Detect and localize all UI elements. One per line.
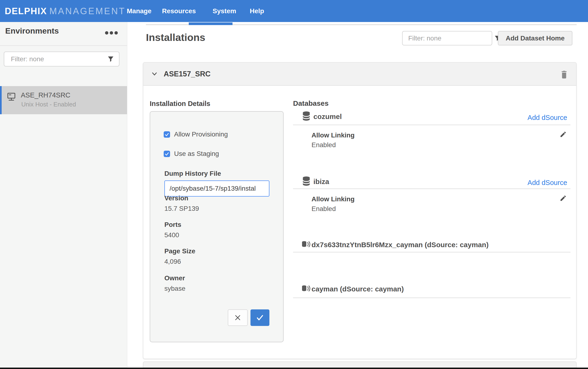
- add-dataset-home-button[interactable]: Add Dataset Home: [498, 31, 572, 45]
- database-icon: [303, 176, 310, 187]
- use-as-staging-label: Use as Staging: [174, 150, 219, 158]
- taskbar-sliver: [0, 368, 588, 369]
- database-icon: [303, 111, 310, 122]
- use-as-staging-row[interactable]: Use as Staging: [164, 150, 219, 158]
- allow-provisioning-checkbox[interactable]: [164, 131, 170, 138]
- brand-secondary: MANAGEMENT: [50, 6, 126, 16]
- ports-value: 5400: [164, 231, 179, 239]
- add-dsource-link[interactable]: Add dSource: [527, 114, 567, 122]
- ellipsis-menu-icon[interactable]: [105, 31, 119, 36]
- dsource-name: cayman (dSource: cayman): [312, 285, 404, 293]
- installations-filter-input[interactable]: [408, 35, 494, 42]
- sidebar-divider: [0, 45, 127, 46]
- ports-label: Ports: [164, 221, 182, 228]
- dsource-name: dx7s633tnzYtnB5lr6Mzx_cayman (dSource: c…: [312, 241, 489, 249]
- row-divider: [293, 297, 570, 298]
- sidebar-filter: [4, 51, 120, 66]
- use-as-staging-checkbox[interactable]: [164, 151, 170, 157]
- version-label: Version: [164, 195, 188, 202]
- allow-linking-label: Allow Linking: [312, 132, 355, 139]
- top-nav: DELPHIXMANAGEMENT Manage Resources Syste…: [0, 0, 588, 22]
- active-tab-indicator: [189, 22, 233, 25]
- sidebar-title: Environments: [5, 26, 59, 35]
- allow-linking-value: Enabled: [312, 141, 336, 149]
- add-dsource-link[interactable]: Add dSource: [527, 179, 567, 187]
- allow-linking-label: Allow Linking: [312, 195, 355, 203]
- installation-card-header[interactable]: ASE157_SRC: [143, 63, 576, 86]
- pencil-icon[interactable]: [560, 131, 567, 139]
- sidebar-item-environment[interactable]: ASE_RH74SRC Unix Host - Enabled: [0, 86, 127, 114]
- row-divider: [293, 252, 570, 252]
- nav-item-help[interactable]: Help: [250, 7, 264, 15]
- sidebar-filter-input[interactable]: [11, 55, 107, 63]
- confirm-button[interactable]: [251, 309, 269, 326]
- allow-provisioning-row[interactable]: Allow Provisioning: [164, 131, 228, 138]
- allow-linking-value: Enabled: [312, 205, 336, 213]
- nav-item-resources[interactable]: Resources: [162, 7, 196, 15]
- environments-sidebar: Environments ASE_RH74SRC Unix Host - E: [0, 22, 127, 369]
- installation-name: ASE157_SRC: [164, 70, 211, 78]
- funnel-icon[interactable]: [107, 55, 115, 63]
- check-icon: [255, 314, 264, 322]
- owner-value: sybase: [164, 285, 185, 292]
- page-title: Installations: [146, 32, 205, 43]
- environment-name: ASE_RH74SRC: [21, 91, 71, 99]
- row-divider: [293, 188, 570, 189]
- installations-filter: [402, 31, 492, 45]
- nav-item-manage[interactable]: Manage: [127, 7, 151, 15]
- trash-icon[interactable]: [560, 69, 569, 80]
- nav-item-system[interactable]: System: [213, 7, 236, 15]
- dsource-database-icon: [302, 241, 311, 249]
- installation-details-panel: Allow Provisioning Use as Staging Dump H…: [150, 111, 284, 342]
- database-name: cozumel: [313, 113, 342, 121]
- dump-history-file-input[interactable]: [164, 181, 269, 196]
- host-monitor-icon: [7, 92, 16, 102]
- page-size-label: Page Size: [164, 247, 195, 255]
- app-root: DELPHIXMANAGEMENT Manage Resources Syste…: [0, 0, 588, 369]
- installation-card: ASE157_SRC Installation Details Allow Pr…: [143, 62, 577, 359]
- brand-logo: DELPHIXMANAGEMENT: [5, 6, 126, 16]
- row-divider: [293, 125, 570, 125]
- allow-provisioning-label: Allow Provisioning: [174, 131, 228, 138]
- brand-primary: DELPHIX: [5, 6, 47, 16]
- owner-label: Owner: [164, 274, 185, 282]
- pencil-icon[interactable]: [560, 195, 567, 203]
- page-size-value: 4,096: [164, 258, 181, 265]
- version-value: 15.7 SP139: [164, 205, 199, 212]
- installation-details-heading: Installation Details: [150, 100, 210, 108]
- dump-history-file-label: Dump History File: [164, 170, 221, 177]
- selected-accent-bar: [0, 86, 2, 114]
- cancel-button[interactable]: [228, 309, 248, 326]
- environment-status: Unix Host - Enabled: [21, 101, 76, 108]
- databases-heading: Databases: [293, 99, 329, 107]
- database-name: ibiza: [313, 178, 329, 186]
- chevron-down-icon[interactable]: [151, 71, 159, 79]
- dsource-database-icon: [302, 285, 311, 294]
- x-icon: [233, 313, 242, 322]
